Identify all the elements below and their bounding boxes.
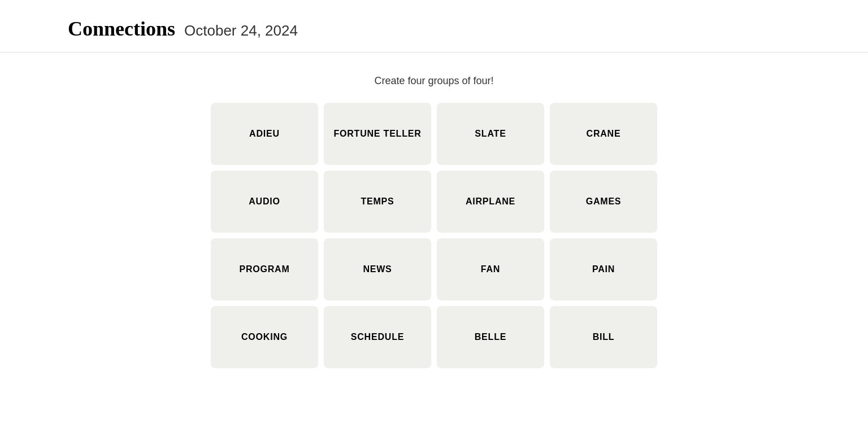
tile-2[interactable]: SLATE [437,103,544,165]
page-header: Connections October 24, 2024 [0,0,868,52]
tile-10[interactable]: FAN [437,238,544,300]
tile-14[interactable]: BELLE [437,306,544,368]
tile-9[interactable]: NEWS [324,238,431,300]
tile-11[interactable]: PAIN [550,238,657,300]
tile-0[interactable]: ADIEU [211,103,318,165]
tile-4[interactable]: AUDIO [211,171,318,233]
tile-grid: ADIEUFORTUNE TELLERSLATECRANEAUDIOTEMPSA… [211,103,657,368]
tile-6[interactable]: AIRPLANE [437,171,544,233]
main-content: Create four groups of four! ADIEUFORTUNE… [0,53,868,391]
tile-8[interactable]: PROGRAM [211,238,318,300]
page-title: Connections [68,17,175,41]
tile-12[interactable]: COOKING [211,306,318,368]
tile-13[interactable]: SCHEDULE [324,306,431,368]
tile-3[interactable]: CRANE [550,103,657,165]
tile-15[interactable]: BILL [550,306,657,368]
game-instruction: Create four groups of four! [374,75,493,87]
tile-1[interactable]: FORTUNE TELLER [324,103,431,165]
tile-5[interactable]: TEMPS [324,171,431,233]
tile-7[interactable]: GAMES [550,171,657,233]
page-date: October 24, 2024 [184,22,298,40]
